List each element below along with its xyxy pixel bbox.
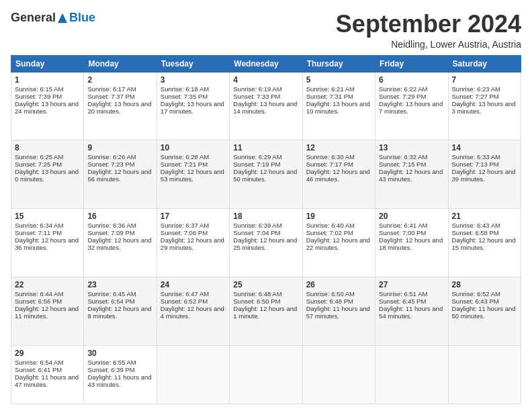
table-row: 30Sunrise: 6:55 AMSunset: 6:39 PMDayligh… [84,346,157,404]
table-row: 19Sunrise: 6:40 AMSunset: 7:02 PMDayligh… [302,209,375,277]
daylight-text: Daylight: 12 hours and 46 minutes. [306,168,370,183]
table-row: 16Sunrise: 6:36 AMSunset: 7:09 PMDayligh… [84,209,157,277]
daylight-text: Daylight: 11 hours and 54 minutes. [379,305,443,320]
logo-blue-text: Blue [69,11,95,25]
daylight-text: Daylight: 13 hours and 7 minutes. [379,100,443,115]
day-number: 13 [379,143,444,152]
day-number: 14 [452,143,517,152]
sunrise-text: Sunrise: 6:26 AM [87,153,136,161]
sunset-text: Sunset: 7:19 PM [233,161,280,168]
table-row: 5Sunrise: 6:21 AMSunset: 7:31 PMDaylight… [302,72,375,140]
table-row: 6Sunrise: 6:22 AMSunset: 7:29 PMDaylight… [375,72,448,140]
sunset-text: Sunset: 6:56 PM [15,298,62,305]
daylight-text: Daylight: 12 hours and 50 minutes. [233,168,297,183]
sunset-text: Sunset: 6:50 PM [233,298,280,305]
day-number: 21 [452,212,517,221]
day-number: 4 [233,75,298,85]
sunrise-text: Sunrise: 6:39 AM [233,222,281,229]
daylight-text: Daylight: 13 hours and 17 minutes. [161,100,224,115]
sunrise-text: Sunrise: 6:47 AM [161,290,209,298]
logo-icon [56,12,69,24]
day-number: 2 [87,75,152,85]
table-row: 14Sunrise: 6:33 AMSunset: 7:13 PMDayligh… [448,140,521,209]
sunset-text: Sunset: 6:52 PM [161,298,208,305]
table-row: 9Sunrise: 6:26 AMSunset: 7:23 PMDaylight… [84,140,157,209]
sunrise-text: Sunrise: 6:41 AM [379,222,427,229]
sunset-text: Sunset: 6:48 PM [306,298,353,305]
calendar-week-4: 22Sunrise: 6:44 AMSunset: 6:56 PMDayligh… [11,277,521,346]
sunset-text: Sunset: 7:04 PM [233,229,280,236]
day-number: 6 [379,75,444,85]
sunset-text: Sunset: 7:33 PM [233,93,280,100]
day-number: 28 [452,280,517,289]
sunrise-text: Sunrise: 6:25 AM [15,153,63,161]
daylight-text: Daylight: 13 hours and 20 minutes. [87,100,151,115]
daylight-text: Daylight: 12 hours and 1 minute. [233,305,297,320]
table-row: 11Sunrise: 6:29 AMSunset: 7:19 PMDayligh… [230,140,302,209]
sunset-text: Sunset: 7:29 PM [379,93,426,100]
calendar-header-row: Sunday Monday Tuesday Wednesday Thursday… [11,55,521,72]
table-row: 4Sunrise: 6:19 AMSunset: 7:33 PMDaylight… [230,72,302,140]
col-saturday: Saturday [448,55,521,72]
day-number: 30 [87,349,152,358]
sunset-text: Sunset: 6:39 PM [87,366,134,373]
sunrise-text: Sunrise: 6:18 AM [161,85,209,93]
sunset-text: Sunset: 7:31 PM [306,93,353,100]
daylight-text: Daylight: 13 hours and 0 minutes. [15,168,79,183]
day-number: 17 [161,212,226,221]
logo-general-text: General [11,11,56,25]
sunset-text: Sunset: 7:39 PM [15,93,62,100]
sunset-text: Sunset: 7:35 PM [161,93,208,100]
day-number: 12 [306,143,371,152]
sunset-text: Sunset: 7:25 PM [15,161,62,168]
table-row [230,346,302,404]
sunset-text: Sunset: 7:09 PM [87,229,134,236]
day-number: 8 [15,143,80,152]
table-row: 12Sunrise: 6:30 AMSunset: 7:17 PMDayligh… [302,140,375,209]
sunset-text: Sunset: 6:54 PM [87,298,134,305]
calendar-week-3: 15Sunrise: 6:34 AMSunset: 7:11 PMDayligh… [11,209,521,277]
calendar-table: Sunday Monday Tuesday Wednesday Thursday… [11,55,521,404]
calendar-week-2: 8Sunrise: 6:25 AMSunset: 7:25 PMDaylight… [11,140,521,209]
sunrise-text: Sunrise: 6:30 AM [306,153,355,161]
sunrise-text: Sunrise: 6:34 AM [15,222,63,229]
sunrise-text: Sunrise: 6:40 AM [306,222,355,229]
calendar-week-1: 1Sunrise: 6:15 AMSunset: 7:39 PMDaylight… [11,72,521,140]
day-number: 20 [379,212,444,221]
col-friday: Friday [375,55,448,72]
sunset-text: Sunset: 6:45 PM [379,298,426,305]
sunrise-text: Sunrise: 6:15 AM [15,85,63,93]
table-row: 21Sunrise: 6:43 AMSunset: 6:58 PMDayligh… [448,209,521,277]
sunrise-text: Sunrise: 6:43 AM [452,222,500,229]
sunrise-text: Sunrise: 6:44 AM [15,290,63,298]
sunrise-text: Sunrise: 6:54 AM [15,359,63,366]
day-number: 22 [15,280,80,289]
table-row [157,346,229,404]
daylight-text: Daylight: 11 hours and 57 minutes. [306,305,370,320]
table-row [375,346,448,404]
sunrise-text: Sunrise: 6:55 AM [87,359,136,366]
sunrise-text: Sunrise: 6:45 AM [87,290,136,298]
sunrise-text: Sunrise: 6:48 AM [233,290,281,298]
logo: General Blue [11,11,95,25]
table-row: 7Sunrise: 6:23 AMSunset: 7:27 PMDaylight… [448,72,521,140]
table-row: 20Sunrise: 6:41 AMSunset: 7:00 PMDayligh… [375,209,448,277]
col-sunday: Sunday [11,55,84,72]
day-number: 9 [87,143,152,152]
sunrise-text: Sunrise: 6:22 AM [379,85,427,93]
table-row: 18Sunrise: 6:39 AMSunset: 7:04 PMDayligh… [230,209,302,277]
table-row: 24Sunrise: 6:47 AMSunset: 6:52 PMDayligh… [157,277,229,346]
calendar-week-5: 29Sunrise: 6:54 AMSunset: 6:41 PMDayligh… [11,346,521,404]
day-number: 27 [379,280,444,289]
table-row: 17Sunrise: 6:37 AMSunset: 7:06 PMDayligh… [157,209,229,277]
sunset-text: Sunset: 7:15 PM [379,161,426,168]
table-row: 23Sunrise: 6:45 AMSunset: 6:54 PMDayligh… [84,277,157,346]
sunset-text: Sunset: 7:21 PM [161,161,208,168]
day-number: 1 [15,75,80,85]
day-number: 3 [161,75,226,85]
daylight-text: Daylight: 12 hours and 22 minutes. [306,236,370,251]
daylight-text: Daylight: 12 hours and 15 minutes. [452,236,516,251]
day-number: 10 [161,143,226,152]
daylight-text: Daylight: 11 hours and 47 minutes. [15,373,79,388]
sunrise-text: Sunrise: 6:51 AM [379,290,427,298]
